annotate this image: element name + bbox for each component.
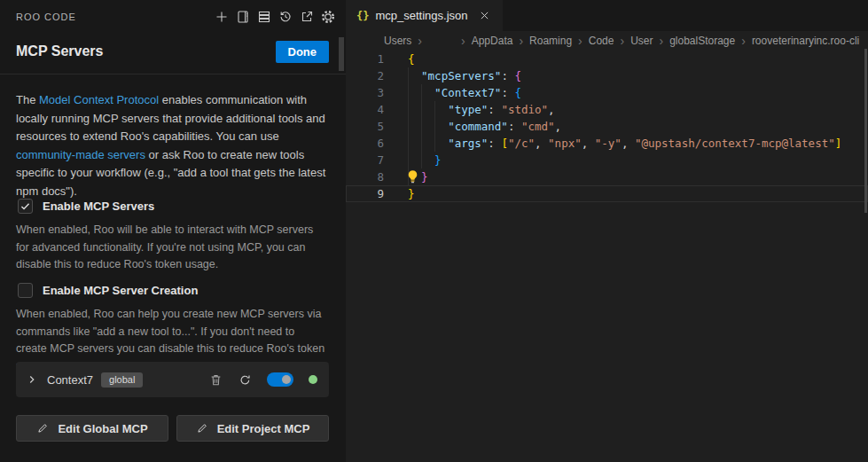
history-icon	[278, 10, 293, 24]
server-row-actions	[208, 372, 317, 387]
line-number: 9	[346, 185, 384, 202]
breadcrumb-segment[interactable]: rooveterinaryinc.roo-cli	[752, 35, 859, 47]
refresh-icon	[239, 373, 252, 387]
toggle-knob	[282, 375, 291, 384]
done-button[interactable]: Done	[276, 41, 330, 63]
line-number: 1	[346, 51, 384, 67]
code-editor[interactable]: 1{2 "mcpServers": {3 "Context7": {4 "typ…	[346, 49, 868, 462]
code-line[interactable]: 3 "Context7": {	[346, 84, 868, 101]
code-text: "type": "stdio",	[408, 101, 555, 118]
line-number: 4	[346, 101, 384, 118]
checkmark-icon	[20, 200, 31, 212]
panel-header: ROO CODE	[16, 7, 335, 27]
notepad-icon	[236, 10, 250, 24]
history-button[interactable]	[278, 10, 293, 25]
mcp-servers-button[interactable]	[256, 10, 271, 25]
code-text: "command": "cmd",	[408, 118, 561, 135]
chevron-right-icon	[26, 373, 38, 386]
code-line[interactable]: 2 "mcpServers": {	[346, 67, 868, 84]
editor-scrollbar[interactable]	[864, 49, 867, 213]
gear-icon	[321, 10, 335, 24]
header-divider	[0, 74, 346, 74]
pencil-icon	[196, 422, 208, 435]
tab-mcp-settings-json[interactable]: {} mcp_settings.json	[346, 0, 503, 31]
intro-text: The	[16, 93, 39, 106]
code-text: "args": ["/c", "npx", "-y", "@upstash/co…	[408, 135, 841, 152]
enable-mcp-creation-label: Enable MCP Server Creation	[43, 284, 198, 297]
model-context-protocol-link[interactable]: Model Context Protocol	[39, 93, 159, 106]
footer-buttons: Edit Global MCP Edit Project MCP	[16, 415, 329, 442]
chevron-right-icon: ›	[741, 34, 746, 48]
restart-server-button[interactable]	[238, 372, 252, 387]
breadcrumb-segment[interactable]: Code	[589, 35, 614, 47]
chevron-right-icon: ›	[461, 34, 465, 48]
status-dot	[309, 375, 317, 384]
code-line[interactable]: 5 "command": "cmd",	[346, 118, 868, 135]
line-number: 6	[346, 135, 384, 152]
code-text: "mcpServers": {	[408, 67, 521, 84]
chevron-right-icon: ›	[418, 34, 422, 48]
app-name: ROO CODE	[16, 12, 76, 22]
tab-bar: {} mcp_settings.json	[346, 0, 868, 31]
code-text: {	[408, 51, 415, 67]
code-text: }	[408, 152, 442, 168]
open-in-editor-button[interactable]	[299, 10, 314, 25]
line-number: 8	[346, 168, 384, 185]
page-title: MCP Servers	[16, 43, 103, 59]
panel-toolbar	[214, 10, 335, 25]
close-tab-button[interactable]	[478, 9, 492, 23]
expand-server-button[interactable]	[25, 372, 39, 387]
edit-project-mcp-button[interactable]: Edit Project MCP	[176, 415, 329, 442]
server-row-left: Context7 global	[25, 372, 143, 388]
tab-label: mcp_settings.json	[375, 9, 467, 22]
line-number: 3	[346, 84, 384, 101]
chevron-right-icon: ›	[659, 34, 663, 48]
enable-mcp-servers-checkbox[interactable]	[18, 199, 33, 214]
enable-mcp-servers-label: Enable MCP Servers	[43, 200, 154, 213]
code-line[interactable]: 1{	[346, 51, 868, 67]
line-number: 5	[346, 118, 384, 135]
trash-icon	[209, 373, 223, 387]
lightbulb-icon[interactable]	[406, 169, 419, 184]
breadcrumb-segment[interactable]: Roaming	[529, 35, 572, 47]
close-icon	[479, 10, 490, 21]
edit-project-mcp-label: Edit Project MCP	[217, 422, 310, 435]
enable-mcp-servers-row: Enable MCP Servers	[18, 199, 154, 214]
scope-badge: global	[101, 372, 143, 388]
code-line[interactable]: 4 "type": "stdio",	[346, 101, 868, 118]
server-enabled-toggle[interactable]	[267, 372, 293, 387]
code-line[interactable]: 8 }	[346, 168, 868, 185]
enable-mcp-creation-checkbox[interactable]	[18, 283, 33, 298]
server-row-context7: Context7 global	[16, 362, 329, 397]
code-line[interactable]: 7 }	[346, 152, 868, 168]
breadcrumb-segment[interactable]: User	[630, 35, 653, 47]
breadcrumb-segment[interactable]: AppData	[472, 35, 513, 47]
edit-global-mcp-button[interactable]: Edit Global MCP	[16, 415, 168, 442]
prompts-button[interactable]	[235, 10, 250, 25]
code-lines: 1{2 "mcpServers": {3 "Context7": {4 "typ…	[346, 51, 868, 202]
panel-title-row: MCP Servers Done	[16, 39, 329, 64]
editor-group: {} mcp_settings.json Users››AppData›Roam…	[346, 0, 868, 462]
breadcrumb-segment[interactable]: globalStorage	[669, 35, 735, 47]
breadcrumb-segment[interactable]: Users	[384, 35, 411, 47]
json-braces-icon: {}	[356, 10, 369, 22]
breadcrumb: Users››AppData›Roaming›Code›User›globalS…	[346, 31, 868, 50]
chevron-right-icon: ›	[620, 34, 624, 48]
settings-button[interactable]	[320, 10, 335, 25]
roo-code-panel: ROO CODE	[0, 0, 346, 462]
code-line[interactable]: 9}	[346, 185, 868, 202]
panel-scrollbar[interactable]	[339, 37, 344, 71]
line-number: 2	[346, 67, 384, 84]
open-external-icon	[300, 10, 314, 24]
enable-mcp-servers-description: When enabled, Roo will be able to intera…	[16, 222, 326, 274]
chevron-right-icon: ›	[519, 34, 523, 48]
new-task-button[interactable]	[214, 10, 229, 25]
delete-server-button[interactable]	[208, 372, 223, 387]
enable-mcp-creation-row: Enable MCP Server Creation	[18, 283, 198, 298]
pencil-icon	[36, 422, 49, 435]
plus-icon	[215, 10, 229, 24]
intro-paragraph: The Model Context Protocol enables commu…	[16, 91, 330, 200]
server-name: Context7	[47, 373, 93, 387]
community-servers-link[interactable]: community-made servers	[16, 148, 145, 161]
code-line[interactable]: 6 "args": ["/c", "npx", "-y", "@upstash/…	[346, 135, 868, 152]
